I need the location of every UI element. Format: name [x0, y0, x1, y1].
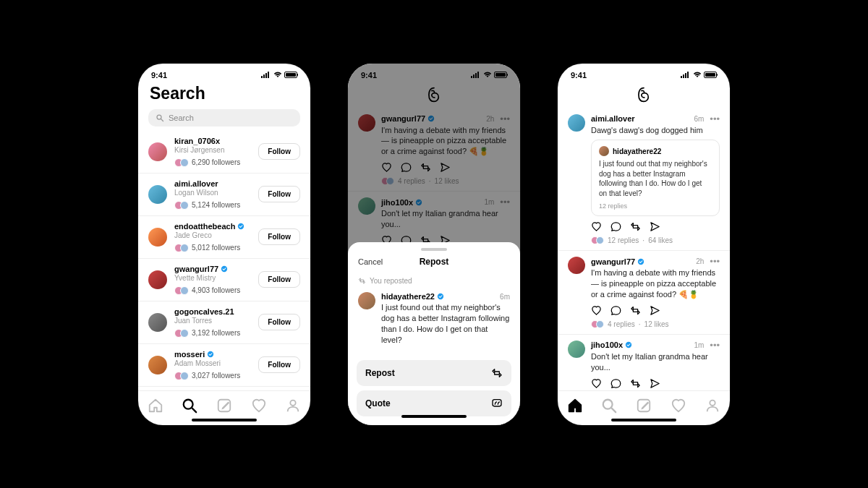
verified-icon [437, 293, 444, 300]
sheet-grabber[interactable] [421, 248, 447, 251]
page-title: Search [138, 82, 310, 109]
more-button[interactable]: ••• [710, 341, 720, 350]
avatar [148, 313, 167, 332]
tab-bar [558, 390, 730, 419]
status-icons [261, 72, 297, 78]
tab-home[interactable] [566, 397, 584, 414]
svg-point-14 [626, 342, 631, 348]
wifi-icon [693, 72, 702, 78]
svg-point-18 [710, 400, 715, 405]
facepile [174, 372, 189, 380]
facepile [174, 201, 189, 210]
tab-activity[interactable] [670, 397, 687, 414]
post-text: I'm having a debate with my friends — is… [591, 267, 720, 300]
repost-button[interactable] [630, 305, 641, 316]
tab-profile[interactable] [704, 397, 721, 414]
user-row[interactable]: gwangurl77 Yvette Mistry 4,903 followers… [138, 258, 310, 301]
svg-point-5 [184, 399, 193, 408]
fullname: Juan Torres [174, 317, 251, 325]
user-row[interactable]: alo.daiane1 Airi Andersen Follow [138, 386, 310, 390]
quote-username: hidayathere22 [613, 147, 661, 155]
avatar[interactable] [568, 114, 585, 132]
repost-button[interactable]: Repost [357, 360, 511, 386]
cancel-button[interactable]: Cancel [358, 257, 383, 266]
post-text: Dawg's dawg's dog dogged him [591, 125, 720, 136]
reply-button[interactable] [610, 305, 621, 316]
more-button[interactable]: ••• [710, 257, 720, 266]
verified-icon [207, 351, 214, 358]
reply-button[interactable] [610, 221, 621, 232]
search-placeholder: Search [169, 114, 194, 122]
wifi-icon [273, 72, 282, 78]
like-button[interactable] [591, 221, 602, 232]
avatar[interactable] [568, 341, 585, 358]
tab-search[interactable] [600, 397, 618, 414]
more-button[interactable]: ••• [710, 114, 720, 124]
svg-point-13 [638, 259, 644, 265]
tab-activity[interactable] [250, 397, 268, 414]
svg-line-1 [161, 119, 163, 121]
post-username[interactable]: jiho100x [591, 341, 623, 349]
user-row[interactable]: kiran_0706x Kirsi Jørgensen 6,290 follow… [138, 131, 310, 173]
fullname: Yvette Mistry [174, 274, 251, 282]
quote-text: I just found out that my neighbor's dog … [599, 159, 712, 198]
battery-icon [704, 72, 717, 78]
feed: aimi.allover 6m ••• Dawg's dawg's dog do… [558, 108, 730, 390]
user-row[interactable]: endoatthebeach Jade Greco 5,012 follower… [138, 215, 310, 258]
like-button[interactable] [591, 378, 602, 389]
follow-button[interactable]: Follow [258, 143, 300, 160]
post-time: 6m [694, 115, 704, 123]
share-button[interactable] [650, 378, 660, 389]
post-actions [591, 221, 720, 232]
share-button[interactable] [650, 305, 660, 316]
tab-compose[interactable] [635, 397, 652, 414]
search-input[interactable]: Search [148, 109, 300, 127]
fullname: Kirsi Jørgensen [174, 146, 251, 154]
home-indicator [611, 419, 676, 421]
follow-button[interactable]: Follow [258, 228, 300, 245]
quote-icon [491, 398, 503, 409]
tab-compose[interactable] [216, 397, 233, 414]
facepile [174, 286, 189, 295]
svg-rect-12 [493, 399, 501, 406]
avatar [599, 146, 609, 156]
avatar [148, 228, 167, 247]
follow-button[interactable]: Follow [258, 314, 300, 330]
repost-button[interactable] [630, 378, 641, 389]
avatar [358, 292, 375, 309]
tab-home[interactable] [147, 397, 164, 414]
post-time: 2h [696, 257, 704, 265]
follow-button[interactable]: Follow [258, 271, 300, 288]
like-button[interactable] [591, 305, 602, 316]
follow-button[interactable]: Follow [258, 186, 300, 202]
facepile [591, 320, 604, 328]
post-stats: 4 replies · 12 likes [591, 320, 720, 328]
username: aimi.allover [174, 179, 251, 188]
svg-point-3 [221, 265, 227, 271]
quoted-post[interactable]: hidayathere22 I just found out that my n… [591, 140, 720, 216]
quote-button[interactable]: Quote [357, 390, 511, 416]
post-username[interactable]: gwangurl77 [591, 257, 635, 266]
quote-replies: 12 replies [599, 202, 712, 210]
post-username[interactable]: hidayathere22 [381, 292, 435, 301]
followers-count: 5,012 followers [192, 244, 240, 252]
battery-icon [284, 72, 297, 78]
user-row[interactable]: gogoncalves.21 Juan Torres 3,192 followe… [138, 301, 310, 343]
post-actions [591, 305, 720, 316]
user-row[interactable]: aimi.allover Logan Wilson 5,124 follower… [138, 173, 310, 215]
phone-search: 9:41 Search Search kiran_0706x Kirsi Jør… [138, 64, 310, 425]
avatar[interactable] [568, 257, 585, 274]
verified-icon [625, 341, 632, 348]
tab-search[interactable] [181, 397, 198, 414]
user-row[interactable]: mosseri Adam Mosseri 3,027 followers Fol… [138, 343, 310, 386]
tab-profile[interactable] [284, 397, 302, 414]
status-bar: 9:41 [138, 64, 310, 82]
share-button[interactable] [650, 221, 660, 232]
follow-button[interactable]: Follow [258, 356, 300, 373]
repost-button[interactable] [630, 221, 641, 232]
post-username[interactable]: aimi.allover [591, 114, 635, 123]
signal-icon [261, 72, 271, 78]
post-time: 6m [500, 293, 510, 301]
reply-button[interactable] [610, 378, 621, 389]
search-results-list: kiran_0706x Kirsi Jørgensen 6,290 follow… [138, 131, 310, 390]
